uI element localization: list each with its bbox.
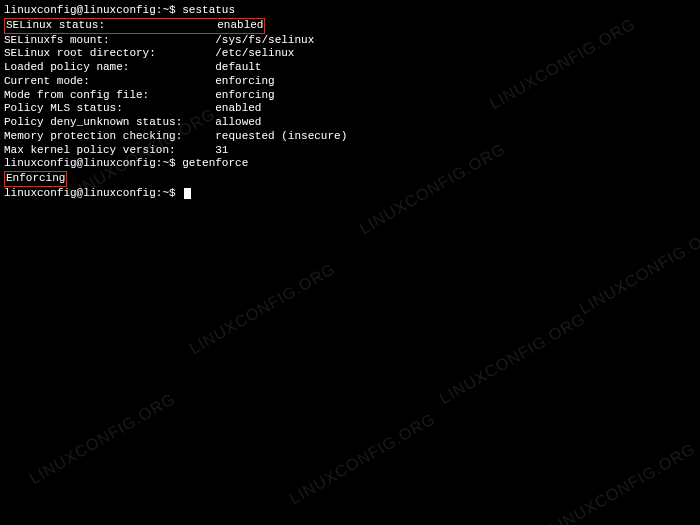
prompt: linuxconfig@linuxconfig:~$ — [4, 157, 182, 169]
command: sestatus — [182, 4, 235, 16]
cursor — [184, 188, 191, 199]
prompt: linuxconfig@linuxconfig:~$ — [4, 4, 182, 16]
prompt: linuxconfig@linuxconfig:~$ — [4, 187, 182, 199]
status-row: Loaded policy name: default — [4, 61, 696, 75]
status-row: SELinux root directory: /etc/selinux — [4, 47, 696, 61]
status-rows: SELinuxfs mount: /sys/fs/selinuxSELinux … — [4, 34, 696, 158]
watermark: LINUXCONFIG.ORG — [547, 440, 699, 525]
terminal[interactable]: linuxconfig@linuxconfig:~$ sestatus SELi… — [4, 4, 696, 201]
status-row: SELinuxfs mount: /sys/fs/selinux — [4, 34, 696, 48]
cmd-line-2: linuxconfig@linuxconfig:~$ getenforce — [4, 157, 696, 171]
output-line: Enforcing — [4, 171, 696, 187]
status-line: SELinux status: enabled — [4, 18, 696, 34]
watermark: LINUXCONFIG.ORG — [187, 260, 339, 358]
status-row: Current mode: enforcing — [4, 75, 696, 89]
watermark: LINUXCONFIG.ORG — [287, 410, 439, 508]
status-row: Mode from config file: enforcing — [4, 89, 696, 103]
watermark: LINUXCONFIG.ORG — [27, 390, 179, 488]
status-row: Policy deny_unknown status: allowed — [4, 116, 696, 130]
watermark: LINUXCONFIG.ORG — [577, 220, 700, 318]
cmd-line-3: linuxconfig@linuxconfig:~$ — [4, 187, 696, 201]
command: getenforce — [182, 157, 248, 169]
enforcing-highlight: Enforcing — [4, 171, 67, 187]
cmd-line-1: linuxconfig@linuxconfig:~$ sestatus — [4, 4, 696, 18]
watermark: LINUXCONFIG.ORG — [437, 310, 589, 408]
status-value: enabled — [217, 19, 263, 31]
status-label: SELinux status: — [6, 19, 217, 31]
status-row: Memory protection checking: requested (i… — [4, 130, 696, 144]
status-row: Max kernel policy version: 31 — [4, 144, 696, 158]
selinux-status-highlight: SELinux status: enabled — [4, 18, 265, 34]
status-row: Policy MLS status: enabled — [4, 102, 696, 116]
